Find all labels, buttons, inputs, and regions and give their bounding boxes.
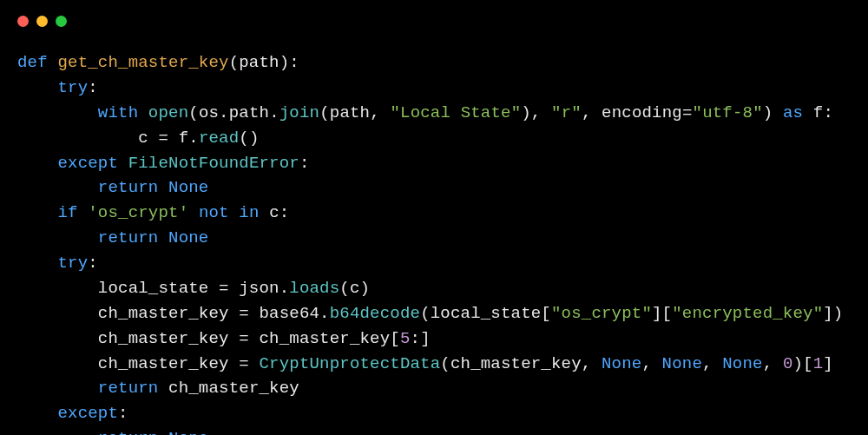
call-join: join <box>279 103 319 122</box>
kw-as: as <box>783 103 803 122</box>
code-block: def get_ch_master_key(path): try: with o… <box>0 0 868 435</box>
func-name: get_ch_master_key <box>57 53 228 72</box>
str-os-crypt-sq: 'os_crypt' <box>88 203 188 222</box>
kw-return: return <box>98 379 159 398</box>
str-os-crypt: "os_crypt" <box>551 304 652 323</box>
kw-except: except <box>57 404 118 423</box>
zoom-icon[interactable] <box>56 16 67 27</box>
call-read: read <box>199 129 239 148</box>
type-filenotfound: FileNotFoundError <box>128 154 299 173</box>
kw-return: return <box>98 429 159 435</box>
kw-if: if <box>57 203 77 222</box>
kw-not: not <box>199 203 229 222</box>
const-none: None <box>168 178 208 197</box>
num-1: 1 <box>813 354 824 373</box>
call-cryptunprotectdata: CryptUnprotectData <box>259 354 440 373</box>
param-path: path <box>239 53 279 72</box>
code-window: def get_ch_master_key(path): try: with o… <box>0 0 868 435</box>
const-none: None <box>168 228 208 247</box>
str-encrypted-key: "encrypted_key" <box>672 304 823 323</box>
const-none: None <box>168 429 208 435</box>
minimize-icon[interactable] <box>36 16 48 27</box>
close-icon[interactable] <box>17 16 29 27</box>
kw-return: return <box>98 178 159 197</box>
window-controls <box>17 16 67 27</box>
str-r: "r" <box>551 103 582 122</box>
kw-return: return <box>98 228 159 247</box>
call-open: open <box>148 103 188 122</box>
kw-try: try <box>57 254 88 273</box>
str-utf8: "utf-8" <box>693 103 763 122</box>
kw-in: in <box>239 203 259 222</box>
num-5: 5 <box>400 329 411 348</box>
str-local-state: "Local State" <box>390 103 521 122</box>
kw-except: except <box>57 154 118 173</box>
kw-with: with <box>98 103 138 122</box>
call-loads: loads <box>289 279 339 298</box>
call-b64decode: b64decode <box>330 304 420 323</box>
num-0: 0 <box>783 354 793 373</box>
kw-def: def <box>17 53 48 72</box>
kw-try: try <box>57 78 88 97</box>
